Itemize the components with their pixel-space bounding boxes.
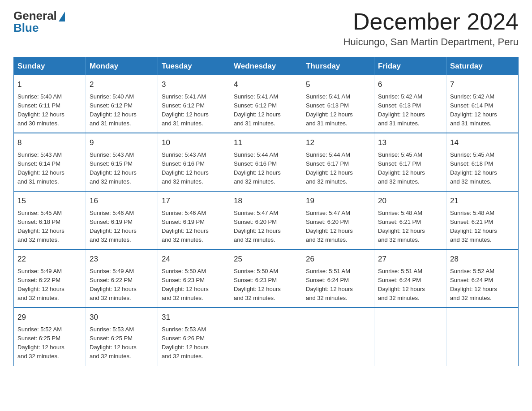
calendar-cell: 22Sunrise: 5:49 AMSunset: 6:22 PMDayligh…: [14, 249, 86, 308]
calendar-cell: 14Sunrise: 5:45 AMSunset: 6:18 PMDayligh…: [446, 133, 519, 191]
day-info: Sunrise: 5:53 AMSunset: 6:25 PMDaylight:…: [90, 325, 154, 361]
calendar-cell: 30Sunrise: 5:53 AMSunset: 6:25 PMDayligh…: [86, 308, 158, 366]
calendar-cell: [230, 308, 302, 366]
day-info: Sunrise: 5:48 AMSunset: 6:21 PMDaylight:…: [378, 209, 442, 245]
day-number: 16: [90, 195, 154, 207]
header-day-saturday: Saturday: [446, 57, 519, 76]
calendar-cell: 8Sunrise: 5:43 AMSunset: 6:14 PMDaylight…: [14, 133, 86, 191]
calendar-cell: 31Sunrise: 5:53 AMSunset: 6:26 PMDayligh…: [158, 308, 230, 366]
header-day-thursday: Thursday: [302, 57, 374, 76]
header-day-monday: Monday: [86, 57, 158, 76]
calendar-cell: [302, 308, 374, 366]
calendar-cell: 17Sunrise: 5:46 AMSunset: 6:19 PMDayligh…: [158, 191, 230, 249]
day-info: Sunrise: 5:51 AMSunset: 6:24 PMDaylight:…: [306, 267, 370, 303]
calendar-week-2: 8Sunrise: 5:43 AMSunset: 6:14 PMDaylight…: [14, 133, 519, 191]
day-number: 22: [17, 253, 82, 265]
calendar-body: 1Sunrise: 5:40 AMSunset: 6:11 PMDaylight…: [14, 75, 519, 366]
calendar-cell: 20Sunrise: 5:48 AMSunset: 6:21 PMDayligh…: [374, 191, 446, 249]
day-info: Sunrise: 5:41 AMSunset: 6:12 PMDaylight:…: [234, 92, 298, 128]
day-number: 31: [162, 312, 226, 323]
day-info: Sunrise: 5:41 AMSunset: 6:13 PMDaylight:…: [306, 92, 370, 128]
calendar-cell: 11Sunrise: 5:44 AMSunset: 6:16 PMDayligh…: [230, 133, 302, 191]
calendar-cell: 25Sunrise: 5:50 AMSunset: 6:23 PMDayligh…: [230, 249, 302, 308]
calendar-cell: 6Sunrise: 5:42 AMSunset: 6:13 PMDaylight…: [374, 75, 446, 133]
calendar-cell: 27Sunrise: 5:51 AMSunset: 6:24 PMDayligh…: [374, 249, 446, 308]
day-info: Sunrise: 5:52 AMSunset: 6:25 PMDaylight:…: [17, 325, 82, 361]
day-number: 18: [234, 195, 298, 207]
day-number: 23: [90, 253, 154, 265]
month-title: December 2024: [343, 9, 519, 34]
day-number: 12: [306, 137, 370, 149]
day-info: Sunrise: 5:50 AMSunset: 6:23 PMDaylight:…: [234, 267, 298, 303]
calendar-cell: 16Sunrise: 5:46 AMSunset: 6:19 PMDayligh…: [86, 191, 158, 249]
day-info: Sunrise: 5:52 AMSunset: 6:24 PMDaylight:…: [450, 267, 515, 303]
calendar-cell: 19Sunrise: 5:47 AMSunset: 6:20 PMDayligh…: [302, 191, 374, 249]
calendar-week-3: 15Sunrise: 5:45 AMSunset: 6:18 PMDayligh…: [14, 191, 519, 249]
day-number: 17: [162, 195, 226, 207]
day-number: 3: [162, 79, 226, 90]
calendar-cell: 28Sunrise: 5:52 AMSunset: 6:24 PMDayligh…: [446, 249, 519, 308]
day-info: Sunrise: 5:47 AMSunset: 6:20 PMDaylight:…: [306, 209, 370, 245]
calendar-cell: 5Sunrise: 5:41 AMSunset: 6:13 PMDaylight…: [302, 75, 374, 133]
calendar-cell: 21Sunrise: 5:48 AMSunset: 6:21 PMDayligh…: [446, 191, 519, 249]
day-info: Sunrise: 5:46 AMSunset: 6:19 PMDaylight:…: [162, 209, 226, 245]
day-number: 21: [450, 195, 515, 207]
day-info: Sunrise: 5:53 AMSunset: 6:26 PMDaylight:…: [162, 325, 226, 361]
header-row: SundayMondayTuesdayWednesdayThursdayFrid…: [14, 57, 519, 76]
calendar-header: SundayMondayTuesdayWednesdayThursdayFrid…: [14, 57, 519, 76]
calendar-cell: 4Sunrise: 5:41 AMSunset: 6:12 PMDaylight…: [230, 75, 302, 133]
day-number: 20: [378, 195, 442, 207]
day-info: Sunrise: 5:42 AMSunset: 6:13 PMDaylight:…: [378, 92, 442, 128]
day-info: Sunrise: 5:43 AMSunset: 6:16 PMDaylight:…: [162, 150, 226, 187]
day-number: 19: [306, 195, 370, 207]
logo-triangle-icon: [59, 12, 65, 21]
calendar-cell: 13Sunrise: 5:45 AMSunset: 6:17 PMDayligh…: [374, 133, 446, 191]
calendar-cell: 29Sunrise: 5:52 AMSunset: 6:25 PMDayligh…: [14, 308, 86, 366]
day-number: 24: [162, 253, 226, 265]
day-number: 6: [378, 79, 442, 90]
location-subtitle: Huicungo, San Martin Department, Peru: [343, 36, 519, 48]
page-header: General Blue December 2024 Huicungo, San…: [13, 9, 519, 48]
title-block: December 2024 Huicungo, San Martin Depar…: [343, 9, 519, 48]
day-info: Sunrise: 5:43 AMSunset: 6:15 PMDaylight:…: [90, 150, 154, 187]
day-number: 9: [90, 137, 154, 149]
calendar-week-4: 22Sunrise: 5:49 AMSunset: 6:22 PMDayligh…: [14, 249, 519, 308]
header-day-friday: Friday: [374, 57, 446, 76]
calendar-table: SundayMondayTuesdayWednesdayThursdayFrid…: [13, 57, 519, 366]
day-info: Sunrise: 5:51 AMSunset: 6:24 PMDaylight:…: [378, 267, 442, 303]
day-number: 1: [17, 79, 82, 90]
day-number: 4: [234, 79, 298, 90]
calendar-cell: 10Sunrise: 5:43 AMSunset: 6:16 PMDayligh…: [158, 133, 230, 191]
day-info: Sunrise: 5:48 AMSunset: 6:21 PMDaylight:…: [450, 209, 515, 245]
calendar-cell: 24Sunrise: 5:50 AMSunset: 6:23 PMDayligh…: [158, 249, 230, 308]
calendar-cell: 3Sunrise: 5:41 AMSunset: 6:12 PMDaylight…: [158, 75, 230, 133]
calendar-cell: [374, 308, 446, 366]
calendar-week-1: 1Sunrise: 5:40 AMSunset: 6:11 PMDaylight…: [14, 75, 519, 133]
calendar-cell: 2Sunrise: 5:40 AMSunset: 6:12 PMDaylight…: [86, 75, 158, 133]
day-number: 5: [306, 79, 370, 90]
day-info: Sunrise: 5:44 AMSunset: 6:16 PMDaylight:…: [234, 150, 298, 187]
day-number: 30: [90, 312, 154, 323]
calendar-cell: 15Sunrise: 5:45 AMSunset: 6:18 PMDayligh…: [14, 191, 86, 249]
calendar-cell: 9Sunrise: 5:43 AMSunset: 6:15 PMDaylight…: [86, 133, 158, 191]
header-day-tuesday: Tuesday: [158, 57, 230, 76]
day-info: Sunrise: 5:47 AMSunset: 6:20 PMDaylight:…: [234, 209, 298, 245]
day-info: Sunrise: 5:40 AMSunset: 6:11 PMDaylight:…: [17, 92, 82, 128]
day-number: 10: [162, 137, 226, 149]
logo: General Blue: [13, 9, 65, 35]
header-day-wednesday: Wednesday: [230, 57, 302, 76]
day-number: 7: [450, 79, 515, 90]
calendar-week-5: 29Sunrise: 5:52 AMSunset: 6:25 PMDayligh…: [14, 308, 519, 366]
day-info: Sunrise: 5:45 AMSunset: 6:17 PMDaylight:…: [378, 150, 442, 187]
day-info: Sunrise: 5:44 AMSunset: 6:17 PMDaylight:…: [306, 150, 370, 187]
day-number: 8: [17, 137, 82, 149]
day-info: Sunrise: 5:45 AMSunset: 6:18 PMDaylight:…: [17, 209, 82, 245]
day-number: 26: [306, 253, 370, 265]
day-info: Sunrise: 5:40 AMSunset: 6:12 PMDaylight:…: [90, 92, 154, 128]
calendar-cell: 12Sunrise: 5:44 AMSunset: 6:17 PMDayligh…: [302, 133, 374, 191]
calendar-cell: 18Sunrise: 5:47 AMSunset: 6:20 PMDayligh…: [230, 191, 302, 249]
day-info: Sunrise: 5:50 AMSunset: 6:23 PMDaylight:…: [162, 267, 226, 303]
calendar-cell: 7Sunrise: 5:42 AMSunset: 6:14 PMDaylight…: [446, 75, 519, 133]
calendar-cell: 1Sunrise: 5:40 AMSunset: 6:11 PMDaylight…: [14, 75, 86, 133]
day-number: 14: [450, 137, 515, 149]
